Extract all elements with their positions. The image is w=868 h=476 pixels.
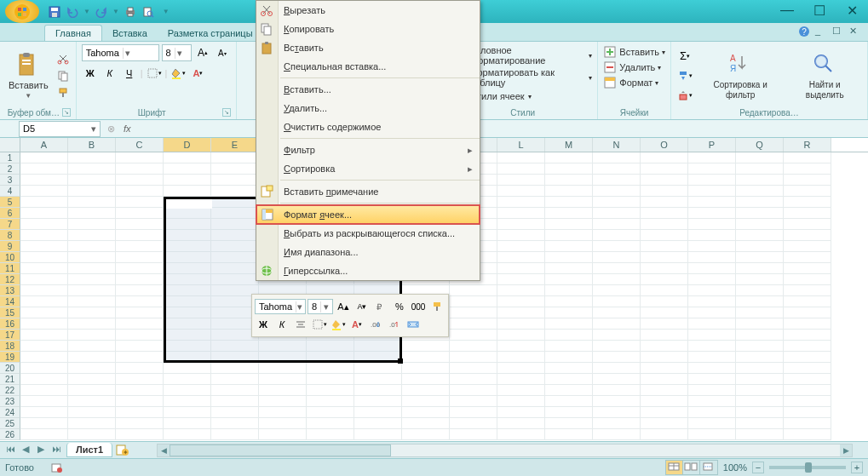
cell[interactable] xyxy=(116,230,164,241)
cell[interactable] xyxy=(20,296,68,307)
cell[interactable] xyxy=(20,352,68,363)
cell[interactable] xyxy=(736,429,784,440)
cell[interactable] xyxy=(784,330,831,341)
cell[interactable] xyxy=(688,429,736,440)
cell[interactable] xyxy=(688,241,736,252)
cell[interactable] xyxy=(68,330,116,341)
cell[interactable] xyxy=(784,407,831,418)
col-header[interactable]: L xyxy=(497,138,545,152)
cell[interactable] xyxy=(736,230,784,241)
cell[interactable] xyxy=(736,296,784,307)
mini-center-icon[interactable] xyxy=(292,316,309,333)
cell[interactable] xyxy=(259,407,307,418)
cell[interactable] xyxy=(641,263,688,274)
bold-button[interactable]: Ж xyxy=(82,65,99,82)
cell[interactable] xyxy=(736,175,784,186)
cell[interactable] xyxy=(497,219,545,230)
view-page-break[interactable] xyxy=(700,461,717,474)
cell[interactable] xyxy=(450,296,497,307)
mini-format-painter-icon[interactable] xyxy=(428,298,445,315)
ctx--[interactable]: Удалить... xyxy=(256,99,480,118)
cell[interactable] xyxy=(688,330,736,341)
name-box[interactable]: D5▾ xyxy=(19,121,101,137)
cell[interactable] xyxy=(641,396,688,407)
cell[interactable] xyxy=(545,208,593,219)
row-header[interactable]: 11 xyxy=(0,263,20,274)
cell[interactable] xyxy=(116,252,164,263)
delete-cells-button[interactable]: Удалить ▾ xyxy=(603,60,665,75)
cell[interactable] xyxy=(497,252,545,263)
cell[interactable] xyxy=(545,175,593,186)
cell[interactable] xyxy=(116,330,164,341)
cell[interactable] xyxy=(164,374,211,385)
cell[interactable] xyxy=(784,285,831,296)
cell[interactable] xyxy=(545,230,593,241)
cell[interactable] xyxy=(497,263,545,274)
cell[interactable] xyxy=(20,318,68,330)
cell[interactable] xyxy=(545,429,593,440)
cell[interactable] xyxy=(688,285,736,296)
help-icon[interactable]: ? xyxy=(798,26,810,37)
mini-shrink-font[interactable]: A▾ xyxy=(354,298,371,315)
cell[interactable] xyxy=(641,285,688,296)
cell[interactable] xyxy=(736,385,784,396)
clipboard-launcher[interactable]: ↘ xyxy=(62,108,71,117)
cell[interactable] xyxy=(307,374,354,385)
fx-label[interactable]: fx xyxy=(124,123,131,134)
cell[interactable] xyxy=(641,208,688,219)
cell[interactable] xyxy=(116,407,164,418)
cell[interactable] xyxy=(68,307,116,318)
cell[interactable] xyxy=(784,307,831,318)
cell[interactable] xyxy=(497,318,545,330)
cell[interactable] xyxy=(20,374,68,385)
cell[interactable] xyxy=(116,418,164,429)
cell[interactable] xyxy=(784,374,831,385)
cell[interactable] xyxy=(68,285,116,296)
copy-icon[interactable] xyxy=(55,68,71,83)
clear-button[interactable]: ▾ xyxy=(676,87,693,104)
cell[interactable] xyxy=(211,407,259,418)
cell[interactable] xyxy=(736,396,784,407)
ctx--[interactable]: Специальная вставка... xyxy=(256,57,480,76)
cell[interactable] xyxy=(641,429,688,440)
row-header[interactable]: 2 xyxy=(0,163,20,175)
cell[interactable] xyxy=(354,385,402,396)
col-header[interactable]: R xyxy=(784,138,831,152)
cell[interactable] xyxy=(641,274,688,285)
cell[interactable] xyxy=(402,396,450,407)
cell[interactable] xyxy=(593,285,641,296)
cell[interactable] xyxy=(641,197,688,208)
cell[interactable] xyxy=(545,374,593,385)
cell[interactable] xyxy=(641,163,688,175)
cell[interactable] xyxy=(688,163,736,175)
ctx--[interactable]: Гиперссылка... xyxy=(256,261,480,280)
cell[interactable] xyxy=(497,152,545,163)
cell[interactable] xyxy=(688,219,736,230)
cell[interactable] xyxy=(736,307,784,318)
cell[interactable] xyxy=(736,285,784,296)
cell[interactable] xyxy=(450,318,497,330)
qat-undo-dd[interactable]: ▼ xyxy=(83,8,90,15)
cell[interactable] xyxy=(593,296,641,307)
cell[interactable] xyxy=(20,241,68,252)
cell[interactable] xyxy=(593,341,641,352)
close-button[interactable]: ✕ xyxy=(841,2,863,19)
qat-save-icon[interactable] xyxy=(48,5,61,19)
cell[interactable] xyxy=(545,396,593,407)
horizontal-scrollbar[interactable]: ◀ ▶ xyxy=(157,444,853,457)
cell[interactable] xyxy=(116,296,164,307)
cell[interactable] xyxy=(545,241,593,252)
doc-minimize-icon[interactable]: _ xyxy=(815,26,827,37)
cell[interactable] xyxy=(116,352,164,363)
ctx--[interactable]: Формат ячеек... xyxy=(256,204,480,225)
cell[interactable] xyxy=(402,374,450,385)
cell[interactable] xyxy=(736,407,784,418)
row-header[interactable]: 4 xyxy=(0,186,20,197)
cell[interactable] xyxy=(20,263,68,274)
cell[interactable] xyxy=(354,429,402,440)
cell[interactable] xyxy=(68,374,116,385)
cell[interactable] xyxy=(736,374,784,385)
cell[interactable] xyxy=(688,263,736,274)
italic-button[interactable]: К xyxy=(101,65,118,82)
sheet-nav-next[interactable]: ▶ xyxy=(34,444,48,457)
